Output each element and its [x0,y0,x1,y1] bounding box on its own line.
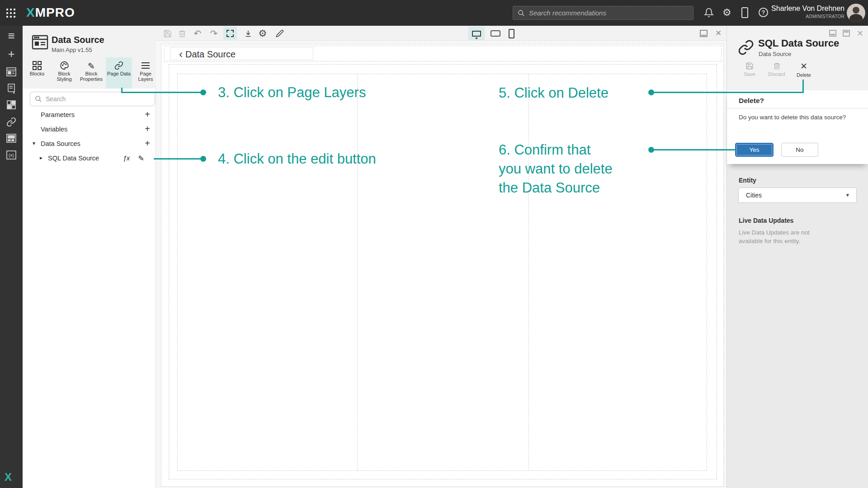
add-parameter-button[interactable]: + [145,109,150,120]
undo-icon[interactable]: ↶ [192,28,203,39]
left-panel-toolbar: Blocks Block Styling ✎ Block Properties … [23,57,156,89]
download-icon[interactable] [243,28,254,39]
settings-gear-icon[interactable]: ⚙ [257,28,268,39]
apps-grid-icon[interactable] [6,9,15,18]
xmpro-mark: X [5,471,12,483]
panel-properties-section: Entity Cities ▾ Live Data Updates Live D… [727,164,868,488]
annotation-step3: 3. Click on Page Layers [218,83,366,102]
entity-select[interactable]: Cities ▾ [738,188,857,203]
page-layers-button[interactable]: Page Layers [132,57,159,89]
left-nav-rail: ≡ + {X} X [0,26,23,488]
fx-expression-icon[interactable]: ƒx [123,155,130,162]
dialog-divider [727,108,868,108]
chevron-down-icon: ▾ [846,188,849,202]
tablet-icon [491,30,500,37]
dock-bottom-icon[interactable] [829,30,836,37]
discard-trash-icon [773,62,781,70]
select-marquee-icon[interactable] [223,27,237,40]
app-icon [32,35,48,50]
widgets-icon[interactable] [0,134,23,143]
add-variable-button[interactable]: + [145,124,150,134]
main-menu-icon[interactable]: ≡ [0,31,23,40]
panel-subtitle: Data Source [759,51,791,57]
add-data-source-button[interactable]: + [145,138,150,149]
live-data-updates-label: Live Data Updates [739,217,793,224]
dock-top-icon[interactable] [843,30,850,37]
live-data-updates-text: Live Data Updates are not available for … [739,228,820,245]
connector-step4-dot [200,156,206,162]
save-floppy-icon [745,62,754,70]
tree-item-variables[interactable]: Variables + [23,122,156,136]
app-version: Main App v1.55 [52,47,92,53]
variables-icon[interactable]: {X} [0,150,23,160]
recommendations-search-input[interactable] [529,9,683,17]
expand-caret-icon[interactable]: ▸ [40,155,42,161]
page-data-button[interactable]: Page Data [106,57,132,89]
canvas-grid-frame [177,74,707,471]
sql-data-source-panel: ✕ SQL Data Source Data Source Save Disca… [726,26,868,488]
close-panel-icon[interactable]: ✕ [857,28,863,38]
page-canvas[interactable] [156,41,726,488]
pen-tool-icon[interactable] [274,28,285,39]
discard-button[interactable]: Discard [763,62,790,77]
mobile-device-icon[interactable] [741,7,748,20]
recommendations-search[interactable] [513,6,693,20]
grid-column-divider [528,74,529,470]
page-data-panel: Data Source Main App v1.55 Blocks Block … [23,26,156,488]
desktop-icon [472,31,481,37]
dock-panel-icon[interactable] [698,28,709,39]
delete-button[interactable]: ✕ Delete [790,62,817,78]
desktop-view-button[interactable] [468,27,485,40]
settings-gear-icon[interactable]: ⚙ [722,8,731,18]
connector-step6 [654,149,735,150]
palette-icon [51,57,77,71]
add-icon[interactable]: + [0,49,23,58]
blocks-button[interactable]: Blocks [24,57,50,89]
save-icon[interactable] [162,28,173,39]
search-icon [35,95,42,103]
connections-link-icon[interactable] [0,117,23,127]
breadcrumb[interactable]: ‹Data Source [179,48,236,61]
designer-toolbar: ↶ ↷ ⚙ ✕ [156,26,726,41]
collapse-caret-icon[interactable]: ▾ [33,140,35,146]
page-title: Data Source [52,35,104,45]
redo-icon[interactable]: ↷ [208,28,219,39]
yes-button[interactable]: Yes [735,143,774,157]
blocks-icon[interactable] [0,100,23,109]
data-source-link-icon [738,39,754,56]
svg-text:{X}: {X} [9,153,14,158]
tree-item-parameters[interactable]: Parameters + [23,108,156,122]
search-icon [518,9,525,17]
edit-pencil-icon[interactable]: ✎ [138,154,144,163]
panel-search-input[interactable] [46,95,145,103]
back-chevron-icon[interactable]: ‹ [179,48,183,60]
block-properties-button[interactable]: ✎ Block Properties [78,57,104,89]
block-styling-button[interactable]: Block Styling [51,57,77,89]
annotation-step4: 4. Click on the edit button [218,150,376,169]
apps-icon[interactable] [0,67,23,76]
panel-search[interactable] [30,92,155,106]
help-icon[interactable]: ? [759,8,768,17]
mobile-icon [509,29,514,38]
annotation-step6: 6. Confirm that you want to delete the D… [499,141,613,197]
tree-item-sql-data-source[interactable]: ▸ SQL Data Source ƒx ✎ [23,151,156,165]
close-canvas-icon[interactable]: ✕ [713,28,724,39]
user-menu[interactable]: Sharlene Von Drehnen ADMINISTRATOR [771,5,844,19]
tablet-view-button[interactable] [487,27,504,40]
top-bar: XMPRO ⚙ ? Sharlene Von Drehnen ADMINISTR… [0,0,868,26]
no-button[interactable]: No [781,143,818,157]
link-icon [106,57,132,71]
blocks-grid-icon [24,57,50,71]
annotation-step5: 5. Click on Delete [499,84,609,103]
notifications-bell-icon[interactable] [704,8,714,18]
mobile-view-button[interactable] [503,27,519,40]
pages-icon[interactable] [0,84,23,94]
connector-step5 [654,92,804,93]
save-button[interactable]: Save [736,62,763,77]
avatar[interactable] [847,4,865,22]
panel-title: SQL Data Source [758,38,839,49]
tree-item-data-sources[interactable]: ▾ Data Sources + [23,137,156,150]
entity-value: Cities [746,192,762,199]
delete-confirmation-dialog: Delete? Do you want to delete this data … [727,90,868,164]
delete-trash-icon[interactable] [177,28,188,39]
